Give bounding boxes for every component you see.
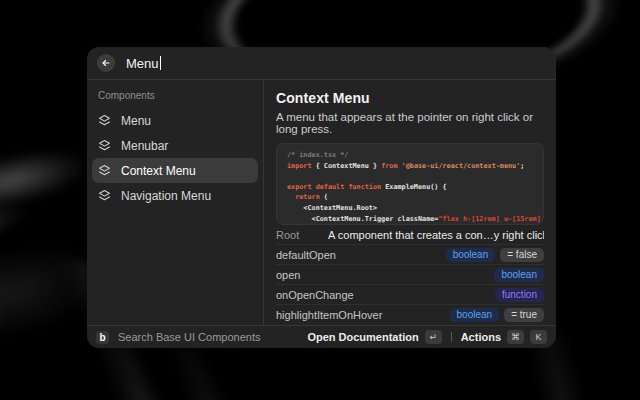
prop-name: onOpenChange bbox=[276, 289, 354, 301]
sidebar-item-navigation-menu[interactable]: Navigation Menu bbox=[92, 183, 258, 208]
prop-badges: function bbox=[495, 288, 544, 302]
prop-description: A component that creates a con…y right c… bbox=[328, 229, 544, 241]
layers-icon bbox=[98, 139, 111, 152]
code-line bbox=[287, 171, 533, 182]
footer-actions: Open Documentation ↵ Actions ⌘ K bbox=[307, 330, 547, 344]
footer-bar: b Search Base UI Components Open Documen… bbox=[87, 325, 556, 348]
prop-badges: boolean= true bbox=[450, 308, 544, 322]
sidebar-item-label: Navigation Menu bbox=[121, 189, 211, 203]
prop-badges: boolean= false bbox=[446, 248, 544, 262]
badge-boolean: boolean bbox=[450, 308, 500, 322]
sidebar: Components MenuMenubarContext MenuNaviga… bbox=[87, 80, 264, 325]
badge-true: = true bbox=[504, 308, 544, 322]
baseui-logo: b bbox=[96, 331, 109, 344]
badge-false: = false bbox=[500, 248, 544, 262]
badge-boolean: boolean bbox=[446, 248, 496, 262]
k-key-badge: K bbox=[530, 330, 547, 344]
code-snippet: /* index.tsx */import { ContextMenu } fr… bbox=[276, 143, 544, 225]
code-line: /* index.tsx */ bbox=[287, 150, 533, 161]
code-line: import { ContextMenu } from '@base-ui/re… bbox=[287, 161, 533, 172]
command-palette-window: Menu Components MenuMenubarContext MenuN… bbox=[87, 47, 556, 348]
prop-name: defaultOpen bbox=[276, 249, 336, 261]
code-line: return ( bbox=[287, 192, 533, 203]
code-line: <ContextMenu.Trigger className="flex h-[… bbox=[287, 214, 533, 225]
prop-name: Root bbox=[276, 229, 320, 241]
sidebar-items: MenuMenubarContext MenuNavigation Menu bbox=[92, 108, 258, 208]
page-title: Context Menu bbox=[276, 90, 544, 106]
sidebar-section-label: Components bbox=[92, 90, 258, 101]
enter-key-badge: ↵ bbox=[425, 330, 442, 344]
badge-boolean: boolean bbox=[494, 268, 544, 282]
code-line: export default function ExampleMenu() { bbox=[287, 182, 533, 193]
sidebar-item-menu[interactable]: Menu bbox=[92, 108, 258, 133]
layers-icon bbox=[98, 164, 111, 177]
sidebar-item-menubar[interactable]: Menubar bbox=[92, 133, 258, 158]
prop-row-open: openboolean bbox=[276, 265, 544, 285]
sidebar-item-label: Context Menu bbox=[121, 164, 196, 178]
layers-icon bbox=[98, 114, 111, 127]
back-button[interactable] bbox=[97, 54, 115, 72]
search-input[interactable]: Menu bbox=[126, 56, 161, 71]
layers-icon bbox=[98, 189, 111, 202]
search-value: Menu bbox=[126, 56, 159, 71]
prop-row-Root: RootA component that creates a con…y rig… bbox=[276, 225, 544, 245]
footer-hint: Search Base UI Components bbox=[118, 331, 260, 343]
text-caret bbox=[160, 56, 161, 70]
sidebar-item-context-menu[interactable]: Context Menu bbox=[92, 158, 258, 183]
footer-divider bbox=[451, 332, 452, 342]
open-documentation-button[interactable]: Open Documentation bbox=[307, 331, 418, 343]
component-description: A menu that appears at the pointer on ri… bbox=[276, 111, 544, 135]
props-table: RootA component that creates a con…y rig… bbox=[276, 225, 544, 325]
prop-badges: boolean bbox=[494, 268, 544, 282]
detail-panel: Context Menu A menu that appears at the … bbox=[264, 80, 556, 325]
prop-row-defaultOpen: defaultOpenboolean= false bbox=[276, 245, 544, 265]
cmd-key-badge: ⌘ bbox=[507, 330, 524, 344]
sidebar-item-label: Menu bbox=[121, 114, 151, 128]
badge-function: function bbox=[495, 288, 544, 302]
arrow-left-icon bbox=[101, 58, 111, 68]
prop-row-onOpenChange: onOpenChangefunction bbox=[276, 285, 544, 305]
prop-name: open bbox=[276, 269, 320, 281]
code-line: <ContextMenu.Root> bbox=[287, 203, 533, 214]
search-bar: Menu bbox=[87, 47, 556, 80]
prop-row-highlightItemOnHover: highlightItemOnHoverboolean= true bbox=[276, 305, 544, 325]
palette-body: Components MenuMenubarContext MenuNaviga… bbox=[87, 80, 556, 325]
actions-button[interactable]: Actions bbox=[461, 331, 501, 343]
sidebar-item-label: Menubar bbox=[121, 139, 168, 153]
prop-name: highlightItemOnHover bbox=[276, 309, 382, 321]
screen: Menu Components MenuMenubarContext MenuN… bbox=[0, 0, 640, 400]
